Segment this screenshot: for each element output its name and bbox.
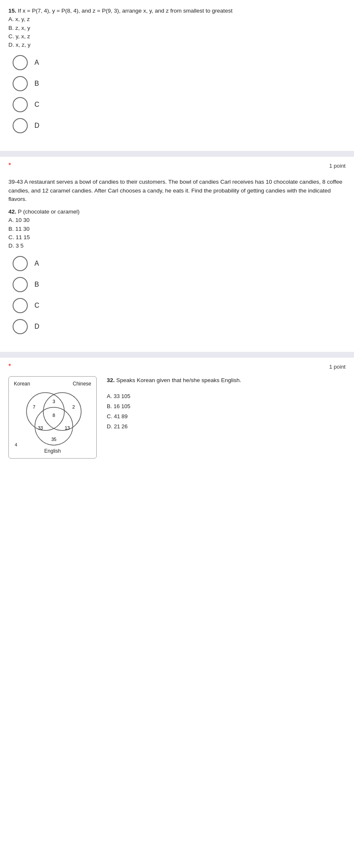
venn-korean-label: Korean (14, 381, 30, 387)
q15-choice-b: B. z, x, y (8, 25, 30, 31)
venn-val-korean-only: 7 (33, 404, 35, 409)
q42-radio-a[interactable] (13, 256, 28, 271)
q32-frac-c: 41 89 (114, 412, 128, 421)
q42-choice-a: A. 10 30 (8, 217, 29, 223)
point-label-3: 1 point (329, 364, 346, 370)
q15-label-c: C (34, 101, 40, 108)
venn-val-chinese-english: 13 (65, 425, 70, 430)
q42-radio-c[interactable] (13, 298, 28, 313)
venn-val-english-only: 35 (51, 437, 56, 442)
q42-label-a: A (34, 260, 39, 267)
q42-label-d: D (34, 323, 40, 330)
q32-frac-d: 21 26 (114, 422, 128, 431)
q42-choice-d: D. 3 5 (8, 243, 24, 249)
q42-radio-b[interactable] (13, 277, 28, 292)
venn-svg-wrapper: 7 3 2 8 33 13 35 4 (14, 388, 91, 447)
q15-number: 15. (8, 8, 16, 14)
q15-choice-d: D. x, z, y (8, 42, 31, 48)
venn-english-label: English (14, 448, 91, 454)
q42-frac-a: 10 30 (16, 217, 30, 223)
q15-radio-d[interactable] (13, 118, 28, 133)
q42-option-a[interactable]: A (8, 256, 346, 271)
q42-frac-c: 11 15 (16, 234, 30, 240)
svg-point-1 (43, 393, 81, 430)
question-32-section: Korean Chinese 7 3 2 8 33 (0, 372, 354, 467)
q32-choice-a: A. 33 105 (107, 392, 346, 401)
q15-radio-c[interactable] (13, 97, 28, 112)
venn-val-korean-english: 33 (38, 425, 43, 430)
q42-option-c[interactable]: C (8, 298, 346, 313)
q15-radio-a[interactable] (13, 55, 28, 70)
q32-number: 32. (107, 377, 115, 383)
q15-option-c[interactable]: C (8, 97, 346, 112)
q32-text: 32. Speaks Korean given that he/she spea… (107, 376, 346, 385)
q15-text: 15. If x = P(7, 4), y = P(8, 4), and z =… (8, 7, 346, 49)
q15-body: If x = P(7, 4), y = P(8, 4), and z = P(9… (18, 8, 232, 14)
q32-choice-c: C. 41 89 (107, 412, 346, 421)
q42-label-c: C (34, 302, 40, 309)
q15-radio-b[interactable] (13, 76, 28, 91)
point-row-2: * 1 point (0, 157, 354, 171)
q32-choice-b: B. 16 105 (107, 402, 346, 411)
q15-label-b: B (34, 80, 39, 87)
venn-chinese-label: Chinese (73, 381, 91, 387)
q42-frac-b: 11 30 (16, 226, 30, 232)
q15-choice-a: A. x, y, z (8, 16, 30, 22)
question-15-section: 15. If x = P(7, 4), y = P(8, 4), and z =… (0, 0, 354, 143)
venn-outside-value: 4 (15, 442, 17, 447)
venn-diagram: Korean Chinese 7 3 2 8 33 (8, 376, 97, 459)
venn-val-korean-chinese: 3 (53, 399, 55, 404)
question-42-section: 39-43 A restaurant serves a bowl of cand… (0, 171, 354, 344)
q32-frac-b: 16 105 (114, 402, 130, 411)
q32-choice-d: D. 21 26 (107, 422, 346, 431)
q42-text: 42. P (chocolate or caramel) A. 10 30 B.… (8, 208, 346, 250)
point-row-3: * 1 point (0, 358, 354, 372)
q15-label-d: D (34, 122, 40, 129)
venn-svg: 7 3 2 8 33 13 35 (14, 388, 91, 447)
q32-choices: A. 33 105 B. 16 105 C. 41 89 (107, 389, 346, 431)
venn-top-labels: Korean Chinese (14, 381, 91, 387)
q42-body: P (chocolate or caramel) (18, 208, 80, 215)
venn-val-chinese-only: 2 (72, 404, 75, 409)
q15-option-b[interactable]: B (8, 76, 346, 91)
q42-number: 42. (8, 208, 16, 215)
q42-radio-d[interactable] (13, 319, 28, 334)
q42-choice-b: B. 11 30 (8, 226, 29, 232)
q42-label-b: B (34, 281, 39, 288)
venn-val-all-three: 8 (53, 413, 55, 418)
q42-frac-d: 3 5 (16, 243, 24, 249)
required-star-3: * (8, 363, 11, 370)
q42-option-d[interactable]: D (8, 319, 346, 334)
q42-option-b[interactable]: B (8, 277, 346, 292)
q15-label-a: A (34, 59, 39, 66)
section-divider-2 (0, 352, 354, 358)
q42-choice-c: C. 11 15 (8, 234, 30, 240)
section-divider-1 (0, 151, 354, 157)
q15-option-a[interactable]: A (8, 55, 346, 70)
q15-option-d[interactable]: D (8, 118, 346, 133)
q42-context: 39-43 A restaurant serves a bowl of cand… (8, 178, 346, 203)
required-star-2: * (8, 162, 11, 169)
q32-body: Speaks Korean given that he/she speaks E… (116, 377, 241, 383)
point-label-2: 1 point (329, 163, 346, 169)
q32-content: 32. Speaks Korean given that he/she spea… (107, 376, 346, 432)
svg-point-0 (26, 393, 64, 430)
q32-frac-a: 33 105 (114, 392, 130, 401)
q15-choice-c: C. y, x, z (8, 33, 30, 40)
